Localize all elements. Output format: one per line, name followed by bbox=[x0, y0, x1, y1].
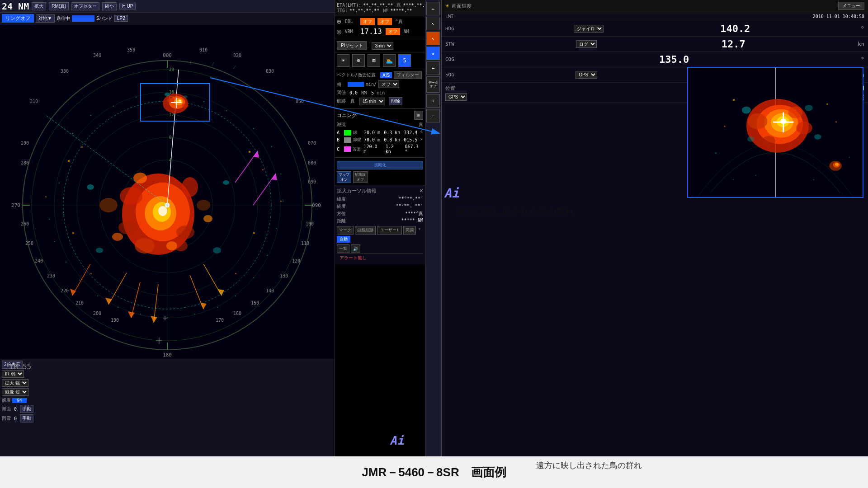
cursor-info-panel: 拡大カーソル情報 × 緯度 **°**.**′ 経度 **°**. **′ 方位… bbox=[335, 185, 425, 264]
stw-label: STW bbox=[445, 41, 463, 47]
svg-text:8: 8 bbox=[169, 135, 171, 140]
rm-btn[interactable]: RM(真) bbox=[49, 2, 69, 10]
alert-bar: アラート無し bbox=[337, 253, 423, 263]
tide-a-color bbox=[344, 130, 351, 136]
star-btn[interactable]: ★ bbox=[426, 47, 440, 60]
alert-text: アラート無し bbox=[340, 255, 367, 261]
svg-rect-180 bbox=[755, 175, 756, 176]
svg-text:210: 210 bbox=[75, 300, 84, 305]
filter-btn[interactable]: フィルター bbox=[394, 71, 422, 79]
user-btn[interactable]: ユーザー1 bbox=[377, 226, 402, 235]
five-icon-btn[interactable]: 5 bbox=[398, 54, 411, 67]
svg-point-59 bbox=[118, 221, 135, 234]
expand-select[interactable]: 拡大 強 bbox=[2, 379, 28, 387]
ship-track-btn[interactable]: 航路線オフ bbox=[353, 171, 368, 183]
sensitivity-input[interactable] bbox=[12, 398, 27, 403]
radar-svg: 000 180 270 090 030 050 070 080 090 100 … bbox=[0, 24, 335, 359]
pi-reset-btn[interactable]: PIリセット bbox=[337, 41, 367, 50]
ir-select[interactable]: IR 弱 bbox=[2, 370, 24, 378]
hdg-mode-select[interactable]: ジャイロ bbox=[574, 25, 604, 33]
ebl-off2-btn[interactable]: オフ bbox=[377, 18, 392, 25]
vec-title: ベクトル/過去位置 bbox=[337, 72, 376, 78]
svg-rect-73 bbox=[81, 146, 83, 148]
svg-text:220: 220 bbox=[61, 288, 69, 293]
time-select[interactable]: 15 min bbox=[359, 98, 385, 105]
stw-unit: kn bbox=[858, 41, 864, 47]
sound-btn[interactable]: 🔊 bbox=[351, 244, 360, 253]
svg-text:080: 080 bbox=[308, 160, 316, 165]
svg-point-148 bbox=[165, 93, 170, 96]
svg-text:290: 290 bbox=[21, 141, 29, 145]
svg-text:230: 230 bbox=[47, 273, 55, 278]
svg-text:150: 150 bbox=[251, 300, 259, 305]
grid-icon-btn[interactable]: ⊞ bbox=[414, 111, 423, 120]
remain-select[interactable]: 残像 短 bbox=[2, 388, 28, 396]
init-btn[interactable]: 初期化 bbox=[337, 161, 423, 169]
ebl-row: ⊕ EBL オフ オフ °真 bbox=[337, 17, 423, 26]
svg-rect-171 bbox=[826, 103, 828, 105]
sun-plus-icon-btn[interactable]: ⊕ bbox=[352, 54, 365, 67]
plus-btn[interactable]: + bbox=[426, 94, 440, 108]
tide-b-dir: 015.5 ° bbox=[404, 137, 423, 142]
expand-btn[interactable]: 拡大 bbox=[32, 2, 46, 10]
offset-btn[interactable]: オフセター bbox=[71, 2, 99, 10]
cog-label: COG bbox=[445, 56, 463, 62]
delete-btn[interactable]: 削除 bbox=[389, 97, 402, 105]
svg-rect-95 bbox=[276, 228, 277, 229]
map-on-btn[interactable]: マップオン bbox=[337, 171, 351, 183]
double-display-btn[interactable]: 2倍表示 bbox=[2, 361, 23, 369]
ebl-off-btn[interactable]: オフ bbox=[360, 18, 375, 25]
minus-btn[interactable]: − bbox=[426, 109, 440, 122]
hup-btn[interactable]: H UP bbox=[119, 3, 136, 9]
svg-text:4: 4 bbox=[169, 158, 171, 162]
svg-text:340: 340 bbox=[93, 53, 101, 58]
list-btn[interactable]: 一覧 bbox=[337, 244, 349, 253]
middle-panel: ETA(LMT): **.**.**.** 真 ****.**.** TTG: … bbox=[335, 0, 425, 456]
swim-icon-btn[interactable]: 🏊 bbox=[383, 54, 396, 67]
shrink-btn[interactable]: 縮小 bbox=[102, 2, 117, 10]
sun-icon-btn[interactable]: ☀ bbox=[337, 54, 349, 67]
sync-btn[interactable]: 同調 bbox=[403, 226, 416, 235]
svg-text:070: 070 bbox=[308, 141, 316, 145]
coning-section: コニング ⊞ 潮流 真 A 緑 30.0 m 0.3 kn 332.4 ° B … bbox=[335, 109, 425, 158]
range-display: 24 NM bbox=[2, 1, 29, 12]
nav-header: ☀ 画面輝度 メニュー bbox=[442, 0, 868, 12]
ship-track-bottom-btn[interactable]: 自船航跡 bbox=[355, 226, 376, 235]
stw-mode-select[interactable]: ログ bbox=[576, 40, 597, 48]
svg-rect-78 bbox=[90, 273, 92, 274]
pencil-btn[interactable]: ✏ bbox=[426, 2, 440, 15]
off-select[interactable]: オフ bbox=[378, 80, 399, 88]
mark-btn[interactable]: マーク bbox=[337, 226, 354, 235]
svg-rect-172 bbox=[724, 126, 726, 127]
ttg-row: TTG: **.**.**.** NM *****.** bbox=[337, 8, 423, 13]
pi-time-select[interactable]: 3min bbox=[372, 42, 393, 50]
sea-mode-btn[interactable]: 手動 bbox=[20, 405, 33, 413]
menu-btn[interactable]: メニュー bbox=[838, 2, 864, 10]
tide-a-dir: 332.4 ° bbox=[404, 130, 423, 135]
svg-text:090: 090 bbox=[308, 179, 316, 184]
phase-input[interactable]: 60 bbox=[348, 82, 364, 87]
auto-btn[interactable]: 自動 bbox=[337, 236, 350, 243]
ebl-label: EBL bbox=[345, 19, 359, 24]
target-btn[interactable]: 対地▼ bbox=[36, 14, 55, 23]
cursor-btn[interactable]: ↖ bbox=[426, 17, 440, 30]
svg-text:280: 280 bbox=[21, 160, 29, 165]
vrm-off-btn[interactable]: オフ bbox=[386, 28, 400, 35]
lp2-btn[interactable]: LP2 bbox=[114, 15, 128, 22]
svg-rect-90 bbox=[226, 110, 227, 111]
pos-gps-select[interactable]: GPS bbox=[445, 93, 467, 101]
back-btn[interactable]: ⬅ bbox=[426, 61, 440, 75]
cursor-bearing-label: 方位 bbox=[337, 211, 346, 217]
gps-select[interactable]: GPS bbox=[576, 71, 597, 79]
svg-rect-107 bbox=[54, 241, 55, 242]
data-off-btn[interactable]: データオフ bbox=[426, 76, 440, 93]
ais-btn[interactable]: AIS bbox=[380, 72, 392, 78]
rain-mode-btn[interactable]: 手動 bbox=[20, 414, 33, 422]
ring-off-btn[interactable]: リングオフ bbox=[2, 14, 34, 23]
tide-c-row: C 苦楽 120.0 m 1.2 kn 067.3 ° bbox=[337, 144, 423, 154]
coning-header: コニング ⊞ bbox=[337, 111, 423, 120]
caption-bar: JMR－5460－8SR 画面例 遠方に映し出された鳥の群れ bbox=[0, 456, 868, 488]
cursor-orange-btn[interactable]: ↖ bbox=[426, 32, 440, 45]
cursor-close-btn[interactable]: × bbox=[420, 187, 423, 194]
target-icon-btn[interactable]: ⊞ bbox=[368, 54, 380, 67]
